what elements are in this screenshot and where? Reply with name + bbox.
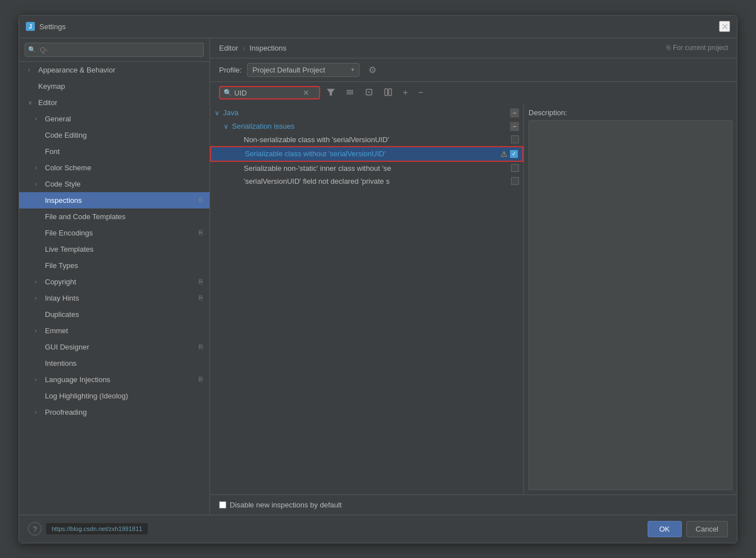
settings-dialog: J Settings ✕ › Appearance & Behavior K: [19, 15, 737, 543]
serialization-label: Serialization issues: [232, 122, 508, 130]
title-bar: J Settings ✕: [19, 16, 737, 38]
sidebar-item-color-scheme[interactable]: › Color Scheme: [19, 160, 210, 176]
chevron-icon: ›: [35, 181, 42, 187]
serializable-without-uid-checkbox[interactable]: [510, 150, 518, 158]
sidebar-item-label: File Types: [45, 261, 78, 270]
serial-not-private-label: 'serialVersionUID' field not declared 'p…: [244, 177, 509, 185]
svg-marker-0: [327, 89, 335, 96]
sidebar-item-label: Color Scheme: [45, 164, 91, 172]
disable-inspections-checkbox[interactable]: [219, 501, 226, 509]
sidebar-item-keymap[interactable]: Keymap: [19, 78, 210, 94]
tree-content: ∨ Java − ∨ Serialization issues − Non-se…: [210, 104, 737, 495]
sidebar-item-file-encodings[interactable]: File Encodings ⎘: [19, 225, 210, 241]
add-button[interactable]: +: [399, 86, 412, 99]
sidebar-item-editor[interactable]: ∨ Editor: [19, 94, 210, 111]
sidebar-item-code-style[interactable]: › Code Style: [19, 176, 210, 192]
footer-left: ? https://blog.csdn.net/zxh1991811: [28, 522, 643, 536]
sidebar-item-label: Code Editing: [45, 131, 86, 139]
copy-icon: ⎘: [199, 229, 203, 237]
sidebar-list: › Appearance & Behavior Keymap ∨ Editor …: [19, 62, 210, 515]
item-left: GUI Designer: [35, 343, 89, 351]
sidebar-item-general[interactable]: › General: [19, 111, 210, 127]
non-serializable-checkbox[interactable]: [511, 135, 519, 143]
sidebar-item-label: General: [45, 115, 71, 123]
tree-item-serialization[interactable]: ∨ Serialization issues −: [210, 120, 523, 133]
sidebar-item-emmet[interactable]: › Emmet: [19, 323, 210, 339]
chevron-icon: ›: [35, 295, 42, 301]
serialization-minus-btn[interactable]: −: [510, 122, 519, 131]
cancel-button[interactable]: Cancel: [686, 521, 728, 537]
right-panel: Editor › Inspections ⎘ For current proje…: [210, 38, 737, 515]
disable-inspections-checkbox-label[interactable]: Disable new inspections by default: [219, 501, 341, 509]
java-minus-btn[interactable]: −: [510, 108, 519, 117]
sidebar-item-gui-designer[interactable]: GUI Designer ⎘: [19, 339, 210, 355]
sidebar-item-label: Inlay Hints: [45, 294, 79, 302]
serial-not-private-checkbox[interactable]: [511, 177, 519, 185]
warning-icon: ⚠: [500, 149, 508, 158]
profile-select-wrapper: Project Default Project: [247, 63, 359, 77]
item-left: › Copyright: [35, 278, 76, 286]
tree-item-serializable-non-static[interactable]: Serializable non-'static' inner class wi…: [210, 162, 523, 175]
tree-item-serial-not-private[interactable]: 'serialVersionUID' field not declared 'p…: [210, 175, 523, 188]
copy-icon: ⎘: [199, 278, 203, 285]
sidebar-item-file-code-templates[interactable]: File and Code Templates: [19, 208, 210, 225]
help-button[interactable]: ?: [28, 522, 42, 536]
profile-bar: Profile: Project Default Project ⚙: [210, 58, 737, 82]
sidebar-item-code-editing[interactable]: Code Editing: [19, 127, 210, 143]
breadcrumb-project: ⎘ For current project: [667, 44, 728, 52]
sidebar-item-inspections[interactable]: Inspections ⎘: [19, 192, 210, 208]
sidebar-item-label: Editor: [38, 98, 57, 107]
sidebar-item-log-highlighting[interactable]: Log Highlighting (Ideolog): [19, 388, 210, 404]
search-input[interactable]: [234, 89, 302, 97]
sidebar-item-language-injections[interactable]: › Language Injections ⎘: [19, 371, 210, 388]
copy-icon: ⎘: [199, 294, 203, 302]
inspection-tree: ∨ Java − ∨ Serialization issues − Non-se…: [210, 104, 523, 495]
sidebar-item-label: Keymap: [38, 82, 65, 90]
collapse-all-button[interactable]: [361, 85, 377, 101]
breadcrumb-parent: Editor: [219, 44, 238, 52]
sidebar-search-input[interactable]: [25, 43, 204, 57]
sidebar-item-live-templates[interactable]: Live Templates: [19, 241, 210, 257]
sidebar-item-proofreading[interactable]: › Proofreading: [19, 404, 210, 420]
ok-button[interactable]: OK: [648, 521, 682, 537]
layout-button[interactable]: [380, 85, 397, 101]
tree-item-non-serializable[interactable]: Non-serializable class with 'serialVersi…: [210, 133, 523, 146]
tree-item-serializable-without-uid[interactable]: Serializable class without 'serialVersio…: [210, 146, 523, 162]
clear-search-button[interactable]: ✕: [302, 88, 311, 97]
sidebar-item-appearance[interactable]: › Appearance & Behavior: [19, 62, 210, 78]
sidebar-item-file-types[interactable]: File Types: [19, 257, 210, 274]
tree-item-java[interactable]: ∨ Java −: [210, 106, 523, 120]
filter-button[interactable]: [322, 85, 339, 101]
chevron-icon: ›: [35, 279, 42, 285]
gear-button[interactable]: ⚙: [365, 63, 380, 76]
non-serializable-label: Non-serializable class with 'serialVersi…: [244, 135, 509, 144]
chevron-icon: ›: [35, 116, 42, 122]
sidebar-item-duplicates[interactable]: Duplicates: [19, 306, 210, 323]
sidebar-item-label: File and Code Templates: [45, 212, 126, 221]
sidebar-item-copyright[interactable]: › Copyright ⎘: [19, 274, 210, 290]
description-panel: Description:: [523, 104, 737, 495]
item-left: › Inlay Hints: [35, 294, 79, 302]
item-left: › Language Injections: [35, 375, 110, 384]
description-label: Description:: [529, 108, 732, 117]
sidebar-item-intentions[interactable]: Intentions: [19, 355, 210, 371]
copy-icon: ⎘: [199, 196, 203, 204]
svg-rect-7: [389, 89, 391, 96]
sidebar-item-inlay-hints[interactable]: › Inlay Hints ⎘: [19, 290, 210, 306]
breadcrumb-current: Inspections: [249, 44, 286, 52]
sidebar-item-font[interactable]: Font: [19, 143, 210, 160]
expand-all-button[interactable]: [341, 85, 358, 101]
dialog-footer: ? https://blog.csdn.net/zxh1991811 OK Ca…: [19, 515, 737, 543]
close-button[interactable]: ✕: [719, 21, 730, 32]
serializable-non-static-checkbox[interactable]: [511, 164, 519, 172]
svg-rect-6: [385, 89, 388, 96]
chevron-icon: ›: [35, 328, 42, 334]
project-label: For current project: [673, 44, 728, 52]
chevron-icon: ›: [28, 67, 35, 73]
remove-button[interactable]: −: [414, 86, 427, 99]
sidebar-item-label: Copyright: [45, 278, 76, 286]
sidebar-item-label: Emmet: [45, 326, 68, 335]
sidebar-item-label: Log Highlighting (Ideolog): [45, 392, 128, 400]
sidebar-item-label: Live Templates: [45, 245, 93, 253]
profile-select[interactable]: Project Default Project: [247, 63, 359, 77]
